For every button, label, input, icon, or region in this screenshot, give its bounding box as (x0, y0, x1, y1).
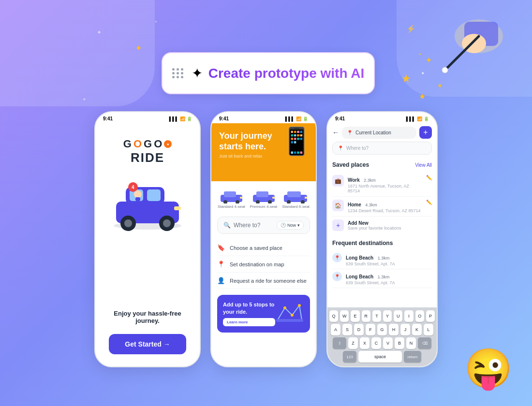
dot-decor: ● (155, 19, 157, 24)
kb-c[interactable]: C (371, 337, 381, 349)
kb-t[interactable]: T (372, 310, 381, 322)
phone2-content: Your journey starts here. Just sit back … (211, 123, 316, 364)
get-started-label: Get Started → (125, 340, 170, 348)
logo-o1: O (133, 138, 142, 150)
frequent-header: Frequent destinations (332, 240, 432, 246)
journey-banner-title: Your journey starts here. (219, 131, 277, 152)
phone2-status-icons: ▌▌▌📶🔋 (285, 116, 308, 121)
phone1-status-icons: ▌▌▌ 📶 🔋 (169, 116, 192, 121)
kb-b[interactable]: B (395, 337, 404, 349)
freq-item-2[interactable]: 📍 Long Beach 1.3km 639 South Street, Apt… (332, 269, 432, 288)
kb-s[interactable]: S (342, 324, 352, 335)
phone2-where-to-label: Where to? (234, 222, 260, 229)
now-badge[interactable]: 🕐 Now ▾ (277, 221, 304, 230)
kb-123[interactable]: 123 (343, 351, 356, 362)
back-button[interactable]: ← (332, 129, 339, 136)
kb-x[interactable]: X (360, 337, 369, 349)
kb-i[interactable]: I (404, 310, 413, 322)
car-option-svg-3 (282, 189, 309, 203)
car-option-premium4[interactable]: Premium 4-seat (248, 189, 280, 209)
saved-item-work[interactable]: 💼 Work 2.3km 1671 North Avenue, Tucson, … (332, 172, 432, 197)
svg-point-39 (298, 304, 301, 307)
kb-z[interactable]: Z (348, 337, 358, 349)
view-all-button[interactable]: View All (415, 162, 432, 168)
bookmark-icon: 🔖 (217, 244, 225, 251)
phone2-where-to-bar[interactable]: 🔍 Where to? 🕐 Now ▾ (217, 217, 310, 234)
add-new-item[interactable]: + Add New Save your favorite locations (332, 217, 432, 234)
svg-text:✦: ✦ (418, 52, 422, 57)
phones-row: 9:41 ▌▌▌ 📶 🔋 G O G O ● RID (94, 111, 438, 367)
create-prototype-button[interactable]: ✦ Create prototype with AI (162, 52, 375, 94)
kb-g[interactable]: G (377, 324, 387, 335)
kb-return[interactable]: return (404, 351, 421, 362)
kb-row-2: A S D F G H J K L (329, 324, 435, 335)
tongue-emoji: 😜 (464, 347, 513, 390)
freq-1-name: Long Beach (346, 255, 373, 261)
kb-backspace[interactable]: ⌫ (418, 337, 431, 349)
kb-space[interactable]: space (358, 351, 402, 362)
car-option-svg-2 (251, 189, 277, 203)
lightning-1: ⚡ (406, 24, 416, 33)
person-icon: 👤 (217, 277, 225, 284)
kb-y[interactable]: Y (383, 310, 392, 322)
home-edit-icon[interactable]: ✏️ (426, 200, 432, 205)
kb-f[interactable]: F (366, 324, 375, 335)
car-option-standard6[interactable]: Standard 6-seat (280, 189, 312, 209)
dots-grid-icon (172, 68, 184, 78)
freq-item-1[interactable]: 📍 Long Beach 1.3km 639 South Street, Apt… (332, 250, 432, 269)
car-option-standard4[interactable]: Standard 4-seat (215, 189, 248, 209)
kb-e[interactable]: E (351, 310, 359, 322)
current-location-input[interactable]: 📍 Current Location (342, 127, 416, 139)
home-dist: 4.3km (365, 203, 377, 207)
gogo-ride-logo: G O G O ● RIDE (123, 138, 172, 165)
kb-q[interactable]: Q (329, 310, 338, 322)
saved-item-home[interactable]: 🏠 Home 4.3km 1234 Desert Road, Tucson, A… (332, 197, 432, 217)
kb-shift[interactable]: ⇧ (333, 337, 346, 349)
phone3-where-to-input[interactable]: 📍 Where to? (332, 142, 432, 155)
phone3-status-bar: 9:41 ▌▌▌📶🔋 (327, 112, 437, 123)
phone1-content: G O G O ● RIDE (95, 123, 200, 364)
work-addr: 1671 North Avenue, Tucson, AZ 85714 (348, 184, 422, 193)
kb-j[interactable]: J (400, 324, 410, 335)
freq-2-addr: 639 South Street, Apt. 7A (346, 280, 432, 285)
logo-ride-text: RIDE (123, 150, 172, 165)
phone-1: 9:41 ▌▌▌ 📶 🔋 G O G O ● RID (94, 111, 201, 367)
svg-rect-31 (272, 197, 275, 199)
journey-banner: Your journey starts here. Just sit back … (211, 123, 316, 181)
location-pin-icon: 📍 (347, 130, 353, 135)
svg-rect-28 (256, 191, 268, 197)
on-screen-keyboard: Q W E R T Y U I O P A S D (327, 307, 437, 366)
search-icon-p2: 🔍 (223, 222, 231, 229)
star-decor-3: ✦ (82, 97, 86, 102)
kb-h[interactable]: H (389, 324, 399, 335)
kb-row-1: Q W E R T Y U I O P (329, 310, 435, 322)
kb-d[interactable]: D (354, 324, 364, 335)
menu-item-someone-else[interactable]: 👤 Request a ride for someone else (217, 273, 310, 289)
plus-button[interactable]: + (419, 126, 432, 139)
kb-n[interactable]: N (406, 337, 416, 349)
chevron-icon: ▾ (297, 223, 300, 228)
svg-rect-26 (240, 197, 242, 199)
svg-rect-36 (305, 197, 307, 199)
menu-item-map[interactable]: 📍 Set destination on map (217, 256, 310, 273)
svg-text:✦: ✦ (421, 71, 425, 76)
kb-row-3: ⇧ Z X C V B N ⌫ (329, 337, 435, 349)
kb-r[interactable]: R (362, 310, 370, 322)
kb-k[interactable]: K (412, 324, 422, 335)
freq-loc-icon-1: 📍 (332, 253, 342, 262)
work-edit-icon[interactable]: ✏️ (426, 175, 432, 180)
freq-1-dist: 1.3km (378, 256, 390, 261)
kb-a[interactable]: A (331, 324, 340, 335)
menu-item-saved-place[interactable]: 🔖 Choose a saved place (217, 240, 310, 256)
get-started-button[interactable]: Get Started → (109, 334, 186, 354)
kb-v[interactable]: V (383, 337, 393, 349)
kb-l[interactable]: L (424, 324, 433, 335)
saved-places-section: Saved places View All 💼 Work 2.3km 1671 … (327, 159, 437, 237)
kb-o[interactable]: O (415, 310, 424, 322)
kb-u[interactable]: U (394, 310, 402, 322)
menu-item-2-label: Set destination on map (230, 261, 284, 267)
kb-p[interactable]: P (426, 310, 435, 322)
kb-w[interactable]: W (340, 310, 349, 322)
svg-rect-23 (224, 191, 236, 197)
learn-more-button[interactable]: Learn more (223, 318, 275, 326)
